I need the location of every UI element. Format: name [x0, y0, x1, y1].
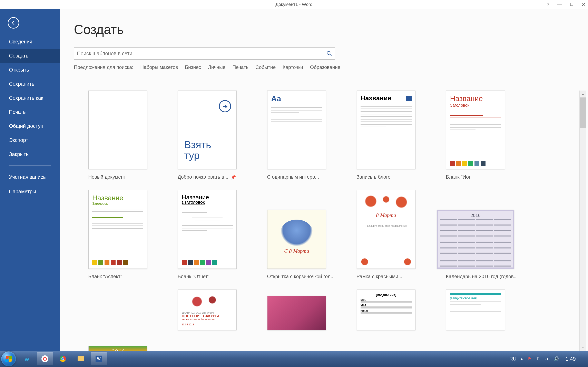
- scroll-down-button[interactable]: ▼: [580, 344, 586, 351]
- svg-point-0: [327, 51, 330, 54]
- template-label: Добро пожаловать в ...: [178, 174, 230, 180]
- template-label: Бланк "Отчет": [163, 274, 251, 279]
- sidebar-item-account[interactable]: Учетная запись: [0, 170, 60, 184]
- tray-action-center-icon[interactable]: ⚐: [536, 356, 541, 361]
- chrome-icon: [60, 356, 66, 362]
- scroll-thumb[interactable]: [580, 98, 586, 128]
- suggest-cat[interactable]: Событие: [255, 64, 276, 70]
- windows-taskbar: e O W RU ▲ ⚑ ⚐ 🖧 🔊 1:49: [0, 351, 588, 367]
- taskbar-explorer[interactable]: [73, 352, 89, 365]
- template-sakura[interactable]: ВДОХНИТЕ АРОМАТЫ ЯПОНИИ! ЦВЕТЕНИЕ САКУРЫ…: [163, 290, 251, 351]
- template-label: Новый документ: [74, 174, 162, 180]
- template-postcard-basket[interactable]: С 8 Марта Открытка с корзиночкой гол...: [253, 190, 341, 279]
- taskbar-opera[interactable]: O: [37, 352, 53, 365]
- template-gallery: Новый документ ➔ Взятьтур Добро пожалова…: [74, 91, 582, 351]
- sidebar-item-open[interactable]: Открыть: [0, 63, 60, 77]
- template-label: Рамка с красными ...: [342, 274, 430, 279]
- template-roses-frame[interactable]: 8 Марта Напишите здесь свое поздравление…: [342, 190, 430, 279]
- help-button[interactable]: ?: [547, 2, 549, 7]
- template-blog-post[interactable]: Название Запись в блоге: [342, 91, 430, 180]
- word-icon: W: [95, 356, 102, 362]
- sidebar-item-export[interactable]: Экспорт: [0, 133, 60, 147]
- minimize-button[interactable]: —: [557, 2, 562, 7]
- tray-security-icon[interactable]: ⚑: [527, 356, 532, 361]
- taskbar-word[interactable]: W: [91, 352, 107, 365]
- template-single-spaced[interactable]: Aa С одинарным интерв...: [253, 91, 341, 180]
- scroll-up-button[interactable]: ▲: [580, 91, 586, 98]
- sidebar-item-share[interactable]: Общий доступ: [0, 119, 60, 133]
- system-tray: RU ▲ ⚑ ⚐ 🖧 🔊 1:49: [509, 353, 587, 365]
- sidebar-item-options[interactable]: Параметры: [0, 184, 60, 199]
- suggest-cat[interactable]: Наборы макетов: [140, 64, 178, 70]
- template-resume-2[interactable]: [ВВЕДИТЕ СВОЕ ИМЯ]: [432, 290, 519, 351]
- maximize-button[interactable]: ☐: [570, 2, 573, 7]
- template-search-box[interactable]: [74, 47, 335, 59]
- window-titlebar: Документ1 - Word ? — ☐ ✕: [0, 0, 588, 9]
- search-input[interactable]: [77, 50, 326, 57]
- suggest-cat[interactable]: Личные: [208, 64, 226, 70]
- backstage-sidebar: Сведения Создать Открыть Сохранить Сохра…: [0, 9, 60, 351]
- pin-icon[interactable]: 📌: [231, 175, 236, 180]
- page-title: Создать: [74, 22, 574, 37]
- search-suggestions: Предложения для поиска: Наборы макетов Б…: [74, 64, 574, 70]
- template-resume-1[interactable]: [Введите имя] Цель Опыт Навыки: [342, 290, 430, 351]
- taskbar-chrome[interactable]: [55, 352, 71, 365]
- suggest-cat[interactable]: Карточки: [283, 64, 303, 70]
- tray-volume-icon[interactable]: 🔊: [554, 356, 559, 361]
- ie-icon: e: [25, 355, 29, 363]
- search-icon[interactable]: [326, 50, 332, 57]
- sidebar-item-new[interactable]: Создать: [0, 49, 60, 63]
- template-aspect[interactable]: Название Заголовок: [74, 190, 162, 279]
- template-report[interactable]: Название 1 ЗАГОЛОВОК: [163, 190, 251, 279]
- template-label: Бланк "Ион": [432, 174, 519, 180]
- back-button[interactable]: [8, 17, 19, 29]
- gallery-scrollbar[interactable]: ▲ ▼: [579, 91, 586, 351]
- taskbar-ie[interactable]: e: [19, 352, 35, 365]
- close-button[interactable]: ✕: [581, 1, 586, 8]
- tray-network-icon[interactable]: 🖧: [545, 356, 550, 361]
- sidebar-item-print[interactable]: Печать: [0, 105, 60, 119]
- template-label: Календарь на 2016 год (годов...: [432, 274, 519, 279]
- template-pink-flowers[interactable]: [253, 290, 341, 351]
- opera-icon: O: [42, 355, 48, 362]
- taskbar-clock[interactable]: 1:49: [563, 356, 578, 362]
- suggest-cat[interactable]: Образование: [310, 64, 340, 70]
- sidebar-divider: [9, 165, 51, 166]
- template-ion[interactable]: Название Заголовок Бланк "Ион": [432, 91, 519, 180]
- show-desktop-button[interactable]: [582, 353, 585, 365]
- template-label: Открытка с корзиночкой гол...: [253, 274, 341, 279]
- sidebar-item-save[interactable]: Сохранить: [0, 77, 60, 91]
- suggest-label: Предложения для поиска:: [74, 64, 133, 70]
- template-label: Бланк "Аспект": [74, 274, 162, 279]
- template-partial[interactable]: 2016: [74, 290, 162, 351]
- template-blank[interactable]: Новый документ: [74, 91, 162, 180]
- sidebar-item-info[interactable]: Сведения: [0, 35, 60, 49]
- language-indicator[interactable]: RU: [509, 356, 517, 362]
- window-title: Документ1 - Word: [276, 2, 312, 7]
- template-tour[interactable]: ➔ Взятьтур Добро пожаловать в ...📌: [163, 91, 251, 180]
- suggest-cat[interactable]: Печать: [232, 64, 249, 70]
- start-button[interactable]: [1, 351, 16, 366]
- template-calendar-2016[interactable]: 2016 Календарь на 2016 год (годов...: [432, 190, 519, 279]
- sidebar-item-close[interactable]: Закрыть: [0, 147, 60, 161]
- template-label: С одинарным интерв...: [253, 174, 341, 180]
- template-label: Запись в блоге: [342, 174, 430, 180]
- sidebar-item-saveas[interactable]: Сохранить как: [0, 91, 60, 105]
- suggest-cat[interactable]: Бизнес: [185, 64, 201, 70]
- backstage-main: Создать Предложения для поиска: Наборы м…: [60, 9, 588, 351]
- tray-chevron-icon[interactable]: ▲: [520, 357, 523, 361]
- folder-icon: [78, 356, 84, 361]
